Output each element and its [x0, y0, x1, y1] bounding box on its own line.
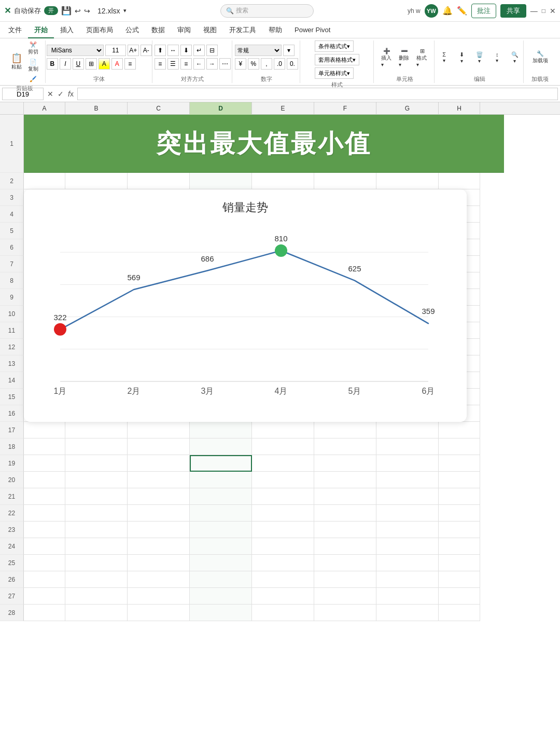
insert-cells-button[interactable]: ➕ 插入▾: [379, 47, 395, 68]
minimize-icon[interactable]: —: [530, 7, 538, 15]
cell-reference-box[interactable]: D19: [2, 88, 44, 100]
cell-g2[interactable]: [376, 173, 439, 189]
cell-g22[interactable]: [376, 505, 439, 522]
cell-f26[interactable]: [314, 571, 376, 588]
cell-b26[interactable]: [65, 571, 128, 588]
cell-f27[interactable]: [314, 588, 376, 605]
cell-f21[interactable]: [314, 488, 376, 505]
tab-page-layout[interactable]: 页面布局: [80, 22, 119, 38]
cell-c2[interactable]: [128, 173, 190, 189]
underline-button[interactable]: U: [73, 58, 84, 70]
cell-g21[interactable]: [376, 488, 439, 505]
cell-d22[interactable]: [190, 505, 252, 522]
formula-input[interactable]: [77, 88, 558, 100]
cell-b18[interactable]: [65, 438, 128, 455]
cell-e19[interactable]: [252, 455, 314, 472]
cell-d28[interactable]: [190, 605, 252, 621]
cell-e24[interactable]: [252, 538, 314, 555]
cell-a21[interactable]: [24, 488, 65, 505]
cell-d26[interactable]: [190, 571, 252, 588]
cell-c24[interactable]: [128, 538, 190, 555]
find-select-button[interactable]: 🔍 ▾: [507, 50, 523, 65]
cell-f19[interactable]: [314, 455, 376, 472]
cell-a27[interactable]: [24, 588, 65, 605]
comment-button[interactable]: 批注: [471, 4, 496, 18]
restore-icon[interactable]: □: [542, 7, 545, 15]
tab-data[interactable]: 数据: [145, 22, 171, 38]
cell-c23[interactable]: [128, 522, 190, 538]
format-painter-button[interactable]: 🖌️: [25, 75, 41, 84]
cell-h25[interactable]: [439, 555, 480, 571]
cell-f22[interactable]: [314, 505, 376, 522]
redo-icon[interactable]: ↪: [84, 7, 90, 15]
cell-h27[interactable]: [439, 588, 480, 605]
search-box[interactable]: 🔍 搜索: [220, 4, 314, 18]
col-header-e[interactable]: E: [252, 102, 314, 115]
cell-b24[interactable]: [65, 538, 128, 555]
cell-c20[interactable]: [128, 472, 190, 488]
cell-c17[interactable]: [128, 422, 190, 438]
cell-d17[interactable]: [190, 422, 252, 438]
merge-button[interactable]: ⊟: [206, 45, 218, 56]
cell-e27[interactable]: [252, 588, 314, 605]
delete-cells-button[interactable]: ➖ 删除▾: [397, 47, 412, 68]
format-cells-button[interactable]: ⊞ 格式▾: [414, 47, 430, 68]
tab-view[interactable]: 视图: [197, 22, 223, 38]
font-decrease-button[interactable]: A-: [141, 45, 152, 56]
cell-g26[interactable]: [376, 571, 439, 588]
col-header-c[interactable]: C: [128, 102, 190, 115]
font-name-select[interactable]: MiSans: [47, 45, 104, 56]
cell-f2[interactable]: [314, 173, 376, 189]
fill-color-button[interactable]: A: [99, 58, 110, 70]
cell-c26[interactable]: [128, 571, 190, 588]
tab-insert[interactable]: 插入: [54, 22, 80, 38]
cell-a20[interactable]: [24, 472, 65, 488]
cell-e28[interactable]: [252, 605, 314, 621]
cell-a19[interactable]: [24, 455, 65, 472]
font-increase-button[interactable]: A+: [128, 45, 139, 56]
cell-g18[interactable]: [376, 438, 439, 455]
cell-f28[interactable]: [314, 605, 376, 621]
cell-b21[interactable]: [65, 488, 128, 505]
bell-icon[interactable]: 🔔: [442, 6, 453, 16]
cell-e25[interactable]: [252, 555, 314, 571]
conditional-format-button[interactable]: 条件格式式▾: [315, 40, 354, 52]
cell-b25[interactable]: [65, 555, 128, 571]
cell-g23[interactable]: [376, 522, 439, 538]
col-header-d[interactable]: D: [190, 102, 252, 115]
cell-e23[interactable]: [252, 522, 314, 538]
fill-button[interactable]: ⬇ ▾: [454, 50, 470, 65]
tab-developer[interactable]: 开发工具: [223, 22, 262, 38]
font-color-button[interactable]: A: [111, 58, 123, 70]
cell-h23[interactable]: [439, 522, 480, 538]
save-icon[interactable]: 💾: [61, 6, 72, 16]
pen-icon[interactable]: ✏️: [457, 6, 467, 16]
dropdown-icon[interactable]: ▾: [123, 7, 127, 14]
cell-b28[interactable]: [65, 605, 128, 621]
cell-e22[interactable]: [252, 505, 314, 522]
undo-icon[interactable]: ↩: [75, 7, 81, 15]
copy-button[interactable]: 📄 复制: [25, 58, 41, 74]
cell-d18[interactable]: [190, 438, 252, 455]
cell-g25[interactable]: [376, 555, 439, 571]
cell-b17[interactable]: [65, 422, 128, 438]
cell-d27[interactable]: [190, 588, 252, 605]
cell-g20[interactable]: [376, 472, 439, 488]
cell-b20[interactable]: [65, 472, 128, 488]
cell-d25[interactable]: [190, 555, 252, 571]
col-header-f[interactable]: F: [314, 102, 376, 115]
align-bottom-button[interactable]: ⬇: [180, 45, 192, 56]
cell-c25[interactable]: [128, 555, 190, 571]
tab-power-pivot[interactable]: Power Pivot: [288, 22, 337, 38]
cell-c18[interactable]: [128, 438, 190, 455]
comma-button[interactable]: ,: [261, 58, 272, 70]
cell-f24[interactable]: [314, 538, 376, 555]
tab-home[interactable]: 开始: [28, 22, 54, 38]
cell-e21[interactable]: [252, 488, 314, 505]
cell-a18[interactable]: [24, 438, 65, 455]
cell-c27[interactable]: [128, 588, 190, 605]
cell-a25[interactable]: [24, 555, 65, 571]
cell-b19[interactable]: [65, 455, 128, 472]
cell-f25[interactable]: [314, 555, 376, 571]
tab-file[interactable]: 文件: [2, 22, 28, 38]
